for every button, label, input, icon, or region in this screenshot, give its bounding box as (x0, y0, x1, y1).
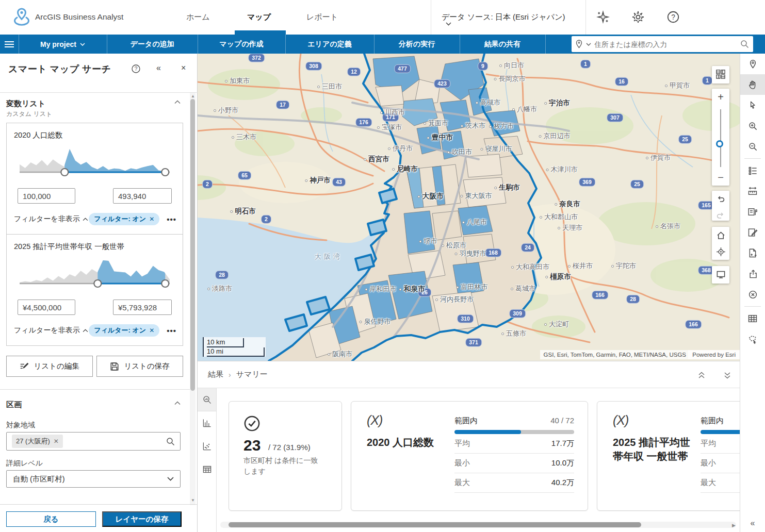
variable-card-income: 2025 推計平均世帯年収 一般世帯 ¥4,500,000 ¥5,793,928… (6, 234, 183, 346)
search-icon[interactable] (166, 437, 175, 446)
tab-maps[interactable]: マップ (247, 12, 271, 22)
powered-by-esri: Powered by Esri (688, 350, 740, 359)
toolbar-add-data[interactable]: データの追加 (107, 35, 198, 54)
address-search-box[interactable] (572, 36, 753, 52)
horizontal-scrollbar-thumb[interactable] (229, 522, 641, 527)
pan-hand-icon[interactable] (740, 74, 765, 95)
map-identify-icon[interactable] (740, 202, 765, 222)
target-area-input[interactable]: 27 (大阪府)✕ (6, 432, 181, 451)
legend-list-icon[interactable] (740, 160, 765, 181)
collapse-section-icon[interactable] (174, 100, 181, 104)
hide-filter-link[interactable]: フィルターを非表示 (14, 214, 88, 224)
help-icon[interactable]: ? (666, 10, 680, 24)
sketch-notes-icon[interactable] (740, 222, 765, 243)
header-divider (585, 0, 586, 35)
collapse-section-icon[interactable] (174, 401, 181, 405)
more-options-icon[interactable]: ••• (167, 215, 176, 224)
clear-selection-icon[interactable] (740, 284, 765, 305)
range-handle-max[interactable] (161, 280, 169, 287)
collapse-panel-icon[interactable] (695, 369, 708, 381)
panel-collapse-icon[interactable]: « (156, 63, 161, 73)
panel-help-icon[interactable]: ? (131, 64, 141, 74)
basemap-gallery-icon[interactable] (712, 66, 729, 82)
histogram-range-slider[interactable] (20, 146, 170, 180)
project-menu[interactable]: My project (19, 35, 107, 54)
detail-level-select[interactable]: 自動 (市区町村) (6, 470, 181, 488)
smart-search-icon[interactable] (198, 388, 216, 411)
select-arrow-icon[interactable] (740, 95, 765, 115)
expand-panel-icon[interactable] (721, 369, 734, 381)
range-max-input[interactable]: ¥5,793,928 (113, 300, 172, 315)
zoom-slider-card: + − (712, 89, 729, 186)
edit-list-button[interactable]: リストの編集 (6, 356, 93, 377)
range-handle-max[interactable] (161, 169, 169, 176)
zoom-slider-track[interactable] (720, 109, 721, 167)
hide-filter-link[interactable]: フィルターを非表示 (14, 326, 88, 335)
scroll-up-icon[interactable]: ▲ (190, 94, 196, 98)
zoom-in-icon[interactable]: + (712, 89, 729, 105)
panel-scrollbar-thumb[interactable] (190, 99, 195, 391)
table-view-icon[interactable] (198, 458, 216, 481)
range-handle-min[interactable] (94, 280, 101, 287)
zoom-out-tool-icon[interactable] (740, 136, 765, 157)
remove-area-icon[interactable]: ✕ (54, 438, 59, 445)
range-handle-min[interactable] (61, 169, 68, 176)
scroll-right-icon[interactable]: ▶ (732, 523, 736, 528)
toolbar-run-analysis[interactable]: 分析の実行 (374, 35, 460, 54)
select-polygon-icon[interactable] (740, 329, 765, 350)
pin-icon[interactable] (740, 54, 765, 74)
menu-hamburger-icon[interactable] (0, 35, 19, 54)
range-min-input[interactable]: ¥4,500,000 (18, 300, 75, 315)
bar-chart-icon[interactable] (198, 411, 216, 435)
save-layer-button[interactable]: レイヤーの保存 (102, 511, 182, 527)
divider (0, 389, 191, 390)
chevron-up-icon (83, 329, 88, 332)
search-icon[interactable] (740, 40, 749, 48)
export-share-icon[interactable] (740, 263, 765, 284)
horizontal-scrollbar-track[interactable] (220, 522, 736, 528)
toolbar-create-maps[interactable]: マップの作成 (198, 35, 285, 54)
redo-icon[interactable] (712, 207, 729, 224)
datasource-selector[interactable]: データ ソース: 日本 (Esri ジャパン) (442, 12, 565, 26)
sparkles-icon[interactable] (596, 10, 610, 24)
histogram-range-slider[interactable] (20, 257, 170, 291)
save-list-button[interactable]: リストの保存 (96, 356, 183, 377)
zoom-slider-knob[interactable] (716, 140, 723, 147)
range-min-input[interactable]: 100,000 (18, 188, 75, 204)
scroll-down-icon[interactable]: ▼ (190, 498, 196, 503)
scatter-plot-icon[interactable] (198, 435, 216, 458)
table-icon[interactable] (740, 308, 765, 329)
variable-fx-icon: (X) (613, 413, 628, 428)
variable-fx-icon: (X) (367, 413, 382, 428)
breadcrumb: 結果 › サマリー (208, 370, 268, 379)
undo-icon[interactable] (712, 191, 729, 207)
search-mode-chevron-icon[interactable] (586, 43, 591, 46)
locate-icon[interactable] (712, 243, 729, 260)
filter-on-chip[interactable]: フィルター: オン✕ (89, 324, 159, 337)
add-page-icon[interactable] (740, 243, 765, 263)
app-title: ArcGIS Business Analyst (35, 12, 123, 22)
zoom-in-tool-icon[interactable] (740, 115, 765, 136)
more-options-icon[interactable]: ••• (167, 326, 176, 335)
tab-reports[interactable]: レポート (306, 12, 338, 22)
measure-ruler-icon[interactable] (740, 181, 765, 202)
home-icon[interactable] (712, 227, 729, 243)
range-max-input[interactable]: 493,940 (113, 188, 172, 204)
toolbar-share-results[interactable]: 結果の共有 (460, 35, 545, 54)
filter-on-chip[interactable]: フィルター: オン✕ (89, 213, 159, 225)
variable-name: 2020 人口総数 (14, 130, 62, 140)
panel-close-icon[interactable]: × (181, 63, 186, 73)
default-extent-icon[interactable] (712, 266, 729, 282)
collapse-rail-icon[interactable]: « (740, 519, 765, 528)
zoom-out-icon[interactable]: − (712, 169, 729, 186)
remove-filter-icon[interactable]: ✕ (149, 327, 154, 334)
toolbar-define-areas[interactable]: エリアの定義 (285, 35, 374, 54)
map-canvas[interactable]: 3723081247794231161171711763072565243253… (198, 54, 740, 361)
remove-filter-icon[interactable]: ✕ (149, 215, 154, 223)
gear-icon[interactable] (631, 10, 645, 24)
breadcrumb-results[interactable]: 結果 (208, 370, 223, 379)
tab-home[interactable]: ホーム (186, 12, 210, 22)
selected-area-chip[interactable]: 27 (大阪府)✕ (12, 435, 63, 448)
search-input[interactable] (594, 40, 740, 48)
back-button[interactable]: 戻る (6, 511, 96, 527)
